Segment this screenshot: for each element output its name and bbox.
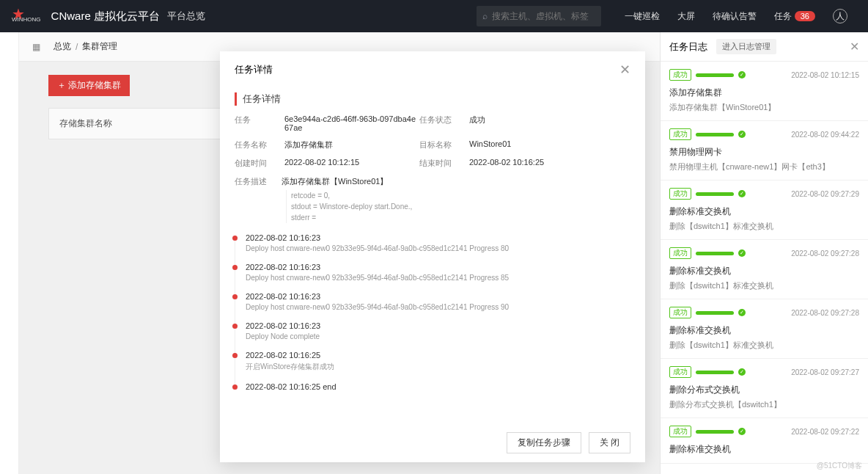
task-log-item[interactable]: 成功✓2022-08-02 09:27:29删除标准交换机删除【dswitch1… xyxy=(661,181,868,240)
close-button[interactable]: 关 闭 xyxy=(589,432,630,453)
task-progress-log: 2022-08-02 10:16:23Deploy host cnware-ne… xyxy=(235,230,630,398)
header-nav: 一键巡检 大屏 待确认告警 任务 36 人 xyxy=(616,9,856,23)
modal-close-icon[interactable]: ✕ xyxy=(619,62,630,78)
log-time: 2022-08-02 10:16:23 xyxy=(246,292,630,301)
task-item-desc: 添加存储集群【WinStore01】 xyxy=(669,102,859,113)
progress-bar xyxy=(696,73,734,77)
progress-bar xyxy=(696,133,734,136)
progress-bar xyxy=(696,311,734,315)
task-log-list[interactable]: 成功✓2022-08-02 10:12:15添加存储集群添加存储集群【WinSt… xyxy=(661,62,868,474)
task-panel-header: 任务日志 进入日志管理 ✕ xyxy=(661,32,868,62)
task-item-time: 2022-08-02 09:27:29 xyxy=(791,190,859,198)
task-item-desc: 删除【dswitch1】标准交换机 xyxy=(669,340,859,351)
nav-tasks[interactable]: 任务 36 xyxy=(774,10,815,23)
task-item-title: 删除分布式交换机 xyxy=(669,384,859,396)
task-item-time: 2022-08-02 10:12:15 xyxy=(791,71,859,79)
task-item-title: 删除标准交换机 xyxy=(669,443,859,456)
log-message: 开启WinStore存储集群成功 xyxy=(246,362,630,372)
task-item-desc: 删除分布式交换机【dswitch1】 xyxy=(669,399,859,410)
progress-bar xyxy=(696,371,734,374)
nav-bigscreen[interactable]: 大屏 xyxy=(677,10,695,23)
status-badge-success: 成功 xyxy=(669,426,691,437)
task-item-time: 2022-08-02 09:27:27 xyxy=(791,368,859,376)
log-item: 2022-08-02 10:16:23Deploy host cnware-ne… xyxy=(235,289,630,318)
header-section: 平台总览 xyxy=(167,10,205,23)
log-time: 2022-08-02 10:16:23 xyxy=(246,263,630,271)
label-ended: 结束时间 xyxy=(419,158,466,169)
left-rail xyxy=(0,32,19,474)
log-item: 2022-08-02 10:16:25 end xyxy=(235,379,630,398)
watermark: @51CTO博客 xyxy=(817,461,862,471)
value-status: 成功 xyxy=(469,114,630,132)
brand-title: CNware 虚拟化云平台 xyxy=(51,10,160,23)
modal-footer: 复制任务步骤 关 闭 xyxy=(220,423,645,462)
label-desc: 任务描述 xyxy=(235,176,282,187)
task-log-item[interactable]: 成功✓2022-08-02 09:44:22禁用物理网卡禁用物理主机【cnwar… xyxy=(661,121,868,181)
task-desc-row: 任务描述 添加存储集群【WinStore01】 xyxy=(235,176,630,187)
label-name: 任务名称 xyxy=(235,139,282,150)
modal-body: 任务详情 任务 6e3e944a-c2d6-46ff-963b-097dba4e… xyxy=(220,88,645,423)
status-badge-success: 成功 xyxy=(669,188,691,200)
value-ended: 2022-08-02 10:16:25 xyxy=(469,158,630,169)
status-badge-success: 成功 xyxy=(669,247,691,259)
task-log-item[interactable]: 成功✓2022-08-02 10:12:15添加存储集群添加存储集群【WinSt… xyxy=(661,62,868,121)
task-log-panel: 任务日志 进入日志管理 ✕ 成功✓2022-08-02 10:12:15添加存储… xyxy=(660,32,868,474)
status-badge-success: 成功 xyxy=(669,307,691,318)
log-time: 2022-08-02 10:16:25 xyxy=(246,351,630,360)
task-item-title: 删除标准交换机 xyxy=(669,265,859,277)
check-icon: ✓ xyxy=(738,249,746,257)
user-avatar-icon[interactable]: 人 xyxy=(833,9,847,23)
log-item: 2022-08-02 10:16:23Deploy Node complete xyxy=(235,318,630,348)
label-status: 任务状态 xyxy=(419,114,466,132)
task-panel-title: 任务日志 xyxy=(669,40,707,54)
nav-pending-alarm[interactable]: 待确认告警 xyxy=(713,10,757,23)
task-detail-modal: 任务详情 ✕ 任务详情 任务 6e3e944a-c2d6-46ff-963b-0… xyxy=(220,51,645,462)
task-log-item[interactable]: 成功✓2022-08-02 09:27:28删除标准交换机删除【dswitch1… xyxy=(661,299,868,359)
progress-bar xyxy=(696,430,734,434)
status-badge-success: 成功 xyxy=(669,366,691,378)
log-item: 2022-08-02 10:16:25开启WinStore存储集群成功 xyxy=(235,348,630,379)
task-panel-close-icon[interactable]: ✕ xyxy=(850,40,859,54)
task-item-desc: 删除【dswitch1】标准交换机 xyxy=(669,221,859,232)
status-badge-success: 成功 xyxy=(669,69,691,81)
value-task-id: 6e3e944a-c2d6-46ff-963b-097dba4e67ae xyxy=(284,114,416,132)
task-log-item[interactable]: 成功✓2022-08-02 09:27:28删除标准交换机删除【dswitch1… xyxy=(661,240,868,299)
check-icon: ✓ xyxy=(738,368,746,376)
log-item: 2022-08-02 10:16:23Deploy host cnware-ne… xyxy=(235,230,630,260)
task-item-desc: 禁用物理主机【cnware-new1】网卡【eth3】 xyxy=(669,161,859,172)
value-created: 2022-08-02 10:12:15 xyxy=(284,158,416,169)
task-item-title: 添加存储集群 xyxy=(669,87,859,99)
modal-section-title: 任务详情 xyxy=(235,92,630,106)
task-item-time: 2022-08-02 09:27:28 xyxy=(791,249,859,258)
task-item-desc: 删除【dswitch1】标准交换机 xyxy=(669,280,859,291)
log-message: Deploy host cnware-new0 92b33e95-9f4d-46… xyxy=(246,274,630,282)
progress-bar xyxy=(696,252,734,255)
check-icon: ✓ xyxy=(738,190,746,197)
task-item-title: 删除标准交换机 xyxy=(669,205,859,218)
global-search[interactable]: ⌕ xyxy=(477,6,601,26)
label-target: 目标名称 xyxy=(419,139,466,150)
task-item-time: 2022-08-02 09:44:22 xyxy=(791,131,859,139)
search-input[interactable] xyxy=(492,11,602,21)
logo-star-icon: ★ WINHONG xyxy=(12,10,41,23)
value-name: 添加存储集群 xyxy=(284,139,416,150)
enter-log-manage-button[interactable]: 进入日志管理 xyxy=(716,39,776,54)
status-badge-success: 成功 xyxy=(669,128,691,140)
progress-bar xyxy=(696,192,734,196)
task-stdout: retcode = 0,stdout = Winstore-deploy sta… xyxy=(286,190,630,223)
task-log-item[interactable]: 成功✓2022-08-02 09:27:22删除标准交换机 xyxy=(661,418,868,464)
app-header: ★ WINHONG CNware 虚拟化云平台 平台总览 ⌕ 一键巡检 大屏 待… xyxy=(0,0,868,32)
task-item-title: 禁用物理网卡 xyxy=(669,146,859,158)
log-message: Deploy host cnware-new0 92b33e95-9f4d-46… xyxy=(246,244,630,252)
task-log-item[interactable]: 成功✓2022-08-02 09:27:27删除分布式交换机删除分布式交换机【d… xyxy=(661,359,868,418)
check-icon: ✓ xyxy=(738,71,746,79)
task-item-title: 删除标准交换机 xyxy=(669,324,859,337)
value-desc: 添加存储集群【WinStore01】 xyxy=(282,176,388,187)
copy-steps-button[interactable]: 复制任务步骤 xyxy=(507,432,581,453)
label-task: 任务 xyxy=(235,114,282,132)
check-icon: ✓ xyxy=(738,131,746,138)
log-item: 2022-08-02 10:16:23Deploy host cnware-ne… xyxy=(235,260,630,289)
nav-inspect[interactable]: 一键巡检 xyxy=(625,10,660,23)
log-message: Deploy Node complete xyxy=(246,332,630,340)
logo: ★ WINHONG xyxy=(12,10,41,23)
